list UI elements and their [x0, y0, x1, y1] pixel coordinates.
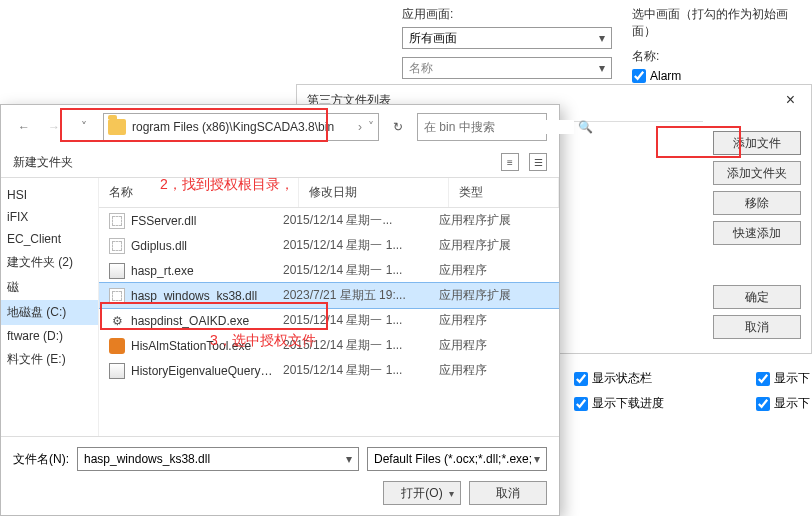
refresh-icon[interactable]: ↻	[387, 116, 409, 138]
search-input[interactable]	[424, 120, 574, 134]
dll-icon	[109, 213, 125, 229]
sidebar-item[interactable]: EC_Client	[1, 228, 98, 250]
show-progress-checkbox[interactable]: 显示下载进度	[574, 395, 664, 412]
file-row[interactable]: ⚙haspdinst_OAIKD.exe2015/12/14 星期一 1...应…	[99, 308, 559, 333]
file-type: 应用程序扩展	[439, 287, 549, 304]
new-folder-button[interactable]: 新建文件夹	[13, 154, 73, 171]
sidebar-item[interactable]: HSI	[1, 184, 98, 206]
file-row[interactable]: HisAlmStationTool.exe2015/12/14 星期一 1...…	[99, 333, 559, 358]
add-file-button[interactable]: 添加文件	[713, 131, 801, 155]
search-icon[interactable]: 🔍	[578, 120, 593, 134]
sidebar-item[interactable]: 建文件夹 (2)	[1, 250, 98, 275]
cancel-button[interactable]: 取消	[713, 315, 801, 339]
quick-add-button[interactable]: 快速添加	[713, 221, 801, 245]
file-row[interactable]: hasp_windows_ks38.dll2023/7/21 星期五 19:..…	[99, 283, 559, 308]
name-col-label: 名称:	[632, 48, 802, 65]
folder-icon	[108, 119, 126, 135]
name-input[interactable]: 名称	[402, 57, 612, 79]
alarm-checkbox[interactable]	[632, 69, 646, 83]
file-row[interactable]: FSServer.dll2015/12/14 星期一...应用程序扩展	[99, 208, 559, 233]
cancel-open-button[interactable]: 取消	[469, 481, 547, 505]
exe-icon	[109, 363, 125, 379]
col-type[interactable]: 类型	[449, 178, 559, 207]
view-mode-icon[interactable]: ≡	[501, 153, 519, 171]
up-arrow-icon[interactable]: ˅	[73, 116, 95, 138]
app-screen-combo[interactable]: 所有画面	[402, 27, 612, 49]
file-open-dialog: ← → ˅ rogram Files (x86)\KingSCADA3.8\bi…	[0, 104, 560, 516]
selected-screen-label: 选中画面（打勾的作为初始画面）	[632, 6, 802, 40]
file-row[interactable]: HistoryEigenvalueQueryTool.exe2015/12/14…	[99, 358, 559, 383]
sidebar-item[interactable]: 地磁盘 (C:)	[1, 300, 98, 325]
view-list-icon[interactable]: ☰	[529, 153, 547, 171]
exe-icon	[109, 263, 125, 279]
sidebar: HSIiFIXEC_Client建文件夹 (2)磁地磁盘 (C:)ftware …	[1, 178, 99, 436]
remove-button[interactable]: 移除	[713, 191, 801, 215]
forward-arrow-icon[interactable]: →	[43, 116, 65, 138]
file-date: 2023/7/21 星期五 19:...	[283, 287, 433, 304]
file-row[interactable]: hasp_rt.exe2015/12/14 星期一 1...应用程序	[99, 258, 559, 283]
app-screen-value: 所有画面	[409, 30, 457, 47]
add-folder-button[interactable]: 添加文件夹	[713, 161, 801, 185]
filename-label: 文件名(N):	[13, 451, 69, 468]
file-name: hasp_windows_ks38.dll	[131, 289, 277, 303]
close-icon[interactable]: ×	[780, 89, 801, 111]
back-arrow-icon[interactable]: ←	[13, 116, 35, 138]
file-filter-text: Default Files (*.ocx;*.dll;*.exe;	[374, 452, 532, 466]
alarm-label: Alarm	[650, 69, 681, 83]
open-button[interactable]: 打开(O)	[383, 481, 461, 505]
file-row[interactable]: Gdiplus.dll2015/12/14 星期一 1...应用程序扩展	[99, 233, 559, 258]
file-date: 2015/12/14 星期一 1...	[283, 362, 433, 379]
file-name: haspdinst_OAIKD.exe	[131, 314, 277, 328]
sidebar-item[interactable]: ftware (D:)	[1, 325, 98, 347]
file-type: 应用程序扩展	[439, 212, 549, 229]
sidebar-item[interactable]: iFIX	[1, 206, 98, 228]
annotation-2: 2，找到授权根目录，	[160, 176, 294, 194]
file-type: 应用程序	[439, 337, 549, 354]
ok-button[interactable]: 确定	[713, 285, 801, 309]
file-type: 应用程序	[439, 362, 549, 379]
sidebar-item[interactable]: 磁	[1, 275, 98, 300]
show-status-checkbox[interactable]: 显示状态栏	[574, 370, 664, 387]
annotation-3: 3，选中授权文件	[210, 332, 316, 350]
app-screen-label: 应用画面:	[402, 6, 612, 23]
file-type: 应用程序扩展	[439, 237, 549, 254]
file-list: FSServer.dll2015/12/14 星期一...应用程序扩展Gdipl…	[99, 208, 559, 436]
sidebar-item[interactable]: 料文件 (E:)	[1, 347, 98, 372]
file-name: hasp_rt.exe	[131, 264, 277, 278]
search-box[interactable]: 🔍	[417, 113, 547, 141]
col-date[interactable]: 修改日期	[299, 178, 449, 207]
file-name: FSServer.dll	[131, 214, 277, 228]
file-filter-select[interactable]: Default Files (*.ocx;*.dll;*.exe;	[367, 447, 547, 471]
file-type: 应用程序	[439, 312, 549, 329]
dll-icon	[109, 288, 125, 304]
show-dl2-checkbox[interactable]: 显示下	[756, 395, 810, 412]
address-bar[interactable]: rogram Files (x86)\KingSCADA3.8\bin › ˅	[103, 113, 379, 141]
filename-input[interactable]: hasp_windows_ks38.dll	[77, 447, 359, 471]
address-text: rogram Files (x86)\KingSCADA3.8\bin	[132, 120, 352, 134]
file-name: Gdiplus.dll	[131, 239, 277, 253]
filename-value: hasp_windows_ks38.dll	[84, 452, 210, 466]
file-date: 2015/12/14 星期一 1...	[283, 237, 433, 254]
gear-icon: ⚙	[109, 313, 125, 329]
file-date: 2015/12/14 星期一 1...	[283, 312, 433, 329]
file-name: HistoryEigenvalueQueryTool.exe	[131, 364, 277, 378]
alarm-checkbox-row[interactable]: Alarm	[632, 69, 802, 83]
dll-icon	[109, 238, 125, 254]
file-date: 2015/12/14 星期一...	[283, 212, 433, 229]
file-type: 应用程序	[439, 262, 549, 279]
file-date: 2015/12/14 星期一 1...	[283, 262, 433, 279]
name-field-label: 名称	[409, 60, 433, 77]
show-dl1-checkbox[interactable]: 显示下	[756, 370, 810, 387]
orange-icon	[109, 338, 125, 354]
